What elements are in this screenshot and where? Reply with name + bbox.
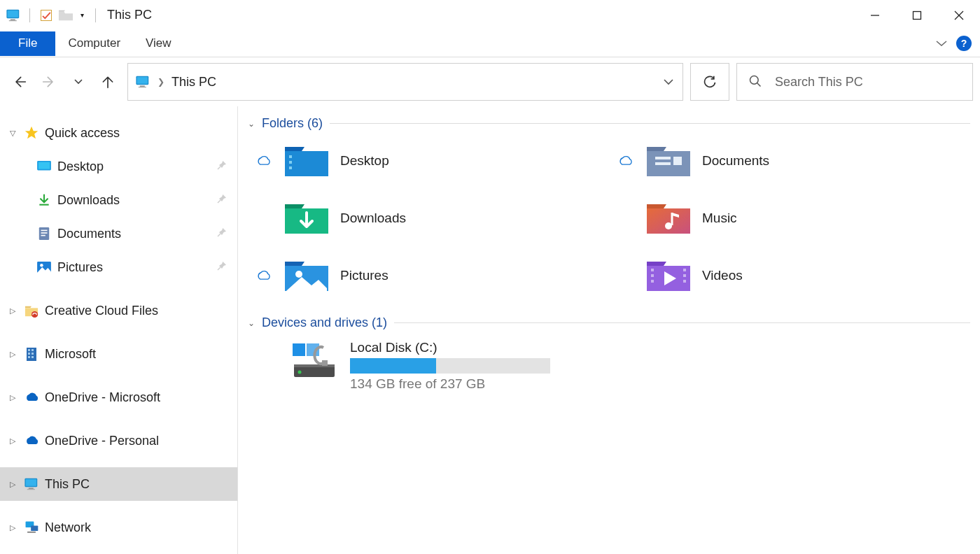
svg-rect-39	[27, 489, 35, 490]
tab-file[interactable]: File	[0, 31, 55, 56]
sidebar-item-label: Documents	[57, 227, 121, 241]
svg-rect-4	[41, 10, 52, 20]
forward-button[interactable]	[42, 74, 56, 90]
history-dropdown[interactable]	[71, 78, 85, 85]
breadcrumb-location[interactable]: This PC	[172, 75, 216, 90]
folder-name: Documents	[702, 153, 769, 169]
building-icon	[24, 346, 39, 362]
quick-access-properties-icon[interactable]	[38, 8, 54, 23]
title-bar: ▾ This PC	[0, 0, 980, 31]
chevron-right-icon[interactable]: ▷	[7, 480, 18, 489]
svg-rect-20	[39, 227, 49, 240]
sidebar-item-label: Pictures	[57, 260, 103, 275]
pin-icon	[216, 260, 227, 275]
sidebar-item-documents[interactable]: Documents	[0, 217, 237, 250]
sidebar-item-label: Quick access	[45, 126, 120, 141]
ribbon-expand-icon[interactable]	[935, 38, 948, 50]
svg-rect-30	[28, 349, 30, 351]
sidebar-item-network[interactable]: ▷ Network	[0, 511, 237, 544]
app-icon	[6, 8, 21, 23]
svg-point-50	[295, 271, 302, 278]
tab-computer[interactable]: Computer	[55, 31, 133, 56]
svg-rect-16	[38, 162, 50, 169]
svg-rect-38	[29, 488, 34, 489]
sidebar-item-creative-cloud[interactable]: ▷ Creative Cloud Files	[0, 294, 237, 327]
sidebar-item-this-pc[interactable]: ▷ This PC	[0, 467, 237, 501]
group-header-devices[interactable]: ⌄ Devices and drives (1)	[248, 315, 970, 330]
pin-icon	[216, 193, 227, 208]
sidebar-item-label: Downloads	[57, 193, 120, 208]
sidebar-item-label: Microsoft	[45, 347, 96, 362]
svg-rect-3	[9, 20, 17, 20]
onedrive-icon	[24, 433, 39, 448]
folder-item-downloads[interactable]: Downloads	[253, 199, 608, 237]
address-history-dropdown[interactable]	[654, 64, 682, 100]
svg-point-49	[665, 222, 672, 229]
sidebar-item-downloads[interactable]: Downloads	[0, 183, 237, 217]
chevron-right-icon[interactable]: ▷	[7, 350, 18, 359]
quick-access-folder-icon[interactable]	[58, 8, 74, 23]
sidebar-item-onedrive-personal[interactable]: ▷ OneDrive - Personal	[0, 424, 237, 457]
divider	[394, 322, 970, 323]
window-title: This PC	[107, 8, 152, 22]
svg-rect-12	[139, 87, 146, 87]
svg-rect-62	[322, 360, 328, 366]
address-bar[interactable]: ❯ This PC	[127, 63, 683, 101]
svg-rect-48	[673, 157, 682, 165]
chevron-down-icon[interactable]: ⌄	[248, 318, 255, 328]
quick-access-menu-caret-icon[interactable]: ▾	[78, 11, 87, 19]
cloud-icon	[615, 155, 635, 166]
folder-item-videos[interactable]: Videos	[615, 257, 970, 294]
sidebar-item-microsoft[interactable]: ▷ Microsoft	[0, 337, 237, 371]
sidebar-item-label: Desktop	[57, 159, 104, 174]
svg-rect-60	[293, 343, 305, 356]
svg-rect-33	[31, 353, 34, 355]
folder-item-desktop[interactable]: Desktop	[253, 142, 608, 180]
svg-line-24	[218, 234, 220, 236]
sidebar-item-desktop[interactable]: Desktop	[0, 150, 237, 183]
help-button[interactable]: ?	[956, 36, 972, 51]
svg-rect-54	[683, 269, 686, 271]
close-button[interactable]	[938, 0, 980, 31]
sidebar-item-onedrive-microsoft[interactable]: ▷ OneDrive - Microsoft	[0, 381, 237, 414]
maximize-button[interactable]	[896, 0, 938, 31]
chevron-down-icon[interactable]: ⌄	[248, 119, 255, 129]
search-icon	[748, 74, 762, 90]
svg-rect-37	[26, 479, 36, 486]
sidebar-item-label: OneDrive - Personal	[45, 434, 159, 448]
content-area: ⌄ Folders (6) Desktop	[238, 106, 980, 554]
chevron-right-icon[interactable]: ▷	[7, 436, 18, 446]
search-input[interactable]	[775, 75, 972, 90]
cloud-icon	[253, 155, 273, 166]
chevron-right-icon[interactable]: ▷	[7, 306, 18, 315]
pin-icon	[216, 159, 227, 174]
pictures-icon	[36, 260, 52, 275]
folder-item-pictures[interactable]: Pictures	[253, 257, 608, 294]
search-box[interactable]	[736, 63, 973, 101]
sidebar-item-pictures[interactable]: Pictures	[0, 250, 237, 284]
downloads-folder-icon	[283, 199, 330, 237]
folder-item-documents[interactable]: Documents	[615, 142, 970, 180]
ribbon-tabs: File Computer View ?	[0, 31, 980, 57]
minimize-button[interactable]	[854, 0, 896, 31]
folder-name: Pictures	[340, 268, 388, 283]
tab-view[interactable]: View	[133, 31, 184, 56]
group-header-folders[interactable]: ⌄ Folders (6)	[248, 116, 970, 131]
up-button[interactable]	[101, 74, 115, 90]
svg-rect-31	[31, 349, 34, 351]
divider	[330, 123, 970, 124]
folder-item-music[interactable]: Music	[615, 199, 970, 237]
chevron-right-icon[interactable]: ▷	[7, 523, 18, 532]
pictures-folder-icon	[283, 257, 330, 294]
sidebar-quick-access[interactable]: ▽ Quick access	[0, 116, 237, 150]
desktop-folder-icon	[283, 142, 330, 180]
svg-rect-45	[289, 166, 292, 169]
refresh-button[interactable]	[690, 63, 729, 101]
chevron-down-icon[interactable]: ▽	[7, 129, 18, 138]
back-button[interactable]	[13, 74, 27, 90]
drive-item-local-c[interactable]: Local Disk (C:) 134 GB free of 237 GB	[248, 333, 970, 392]
chevron-right-icon[interactable]: ▷	[7, 393, 18, 402]
svg-rect-41	[31, 525, 38, 531]
desktop-icon	[36, 159, 52, 174]
breadcrumb-chevron-icon[interactable]: ❯	[158, 77, 164, 87]
